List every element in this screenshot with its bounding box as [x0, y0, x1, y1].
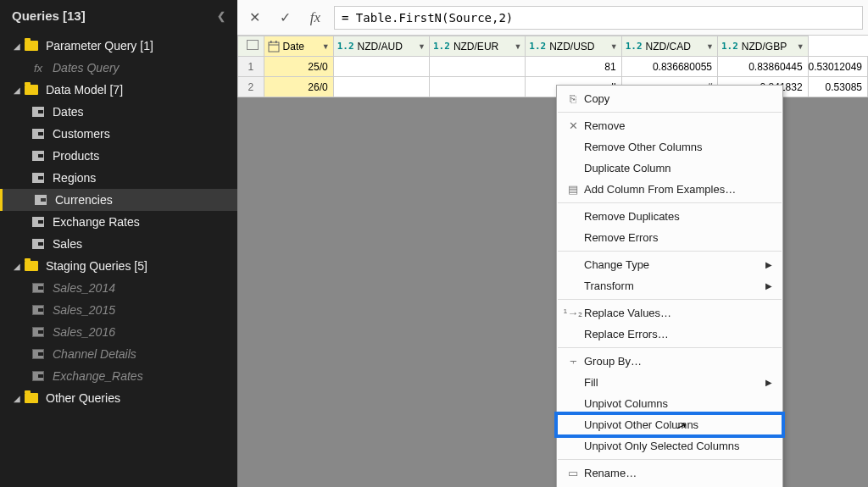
column-header[interactable]: 1.2NZD/CAD▼ — [621, 36, 717, 57]
svg-rect-0 — [269, 42, 279, 52]
menu-separator — [558, 347, 782, 348]
fx-icon: fx — [31, 61, 46, 75]
context-menu-item[interactable]: ✕Remove — [557, 115, 782, 136]
filter-dropdown-icon[interactable]: ▼ — [610, 42, 618, 51]
cell[interactable]: 26/0 — [264, 77, 333, 97]
select-all-cell[interactable] — [238, 36, 264, 57]
folder-icon — [24, 83, 39, 97]
menu-item-label: Change Type — [584, 258, 765, 271]
cell[interactable]: 0.83860445 — [717, 57, 808, 77]
column-header[interactable]: Date▼ — [264, 36, 333, 57]
sidebar-item[interactable]: Products — [0, 145, 237, 167]
menu-item-label: Unpivot Only Selected Columns — [584, 440, 772, 452]
group-label: Parameter Query [1] — [46, 39, 153, 53]
context-menu-item[interactable]: Transform▶ — [557, 275, 782, 296]
sidebar-item[interactable]: Sales_2016 — [0, 321, 237, 343]
sidebar-header[interactable]: Queries [13] ❮ — [0, 0, 237, 31]
context-menu-item[interactable]: Unpivot Other Columns — [557, 414, 782, 435]
filter-dropdown-icon[interactable]: ▼ — [514, 42, 521, 51]
menu-item-label: Fill — [584, 376, 765, 389]
context-menu-item[interactable]: Unpivot Only Selected Columns — [557, 435, 782, 457]
queries-tree: ◢Parameter Query [1]fxDates Query◢Data M… — [0, 31, 237, 412]
cell[interactable]: 0.53085 — [808, 77, 867, 97]
context-menu-item[interactable]: Replace Errors… — [557, 324, 782, 345]
folder-icon — [24, 259, 39, 273]
cell[interactable] — [430, 77, 526, 97]
item-label: Dates Query — [53, 61, 120, 75]
context-menu-item[interactable]: ⫟Group By… — [557, 351, 782, 372]
context-menu-item[interactable]: ¹→₂Replace Values… — [557, 302, 782, 324]
menu-separator — [558, 202, 782, 203]
cell[interactable] — [430, 57, 526, 77]
context-menu-item[interactable]: Remove Errors — [557, 227, 782, 248]
item-label: Sales — [53, 237, 82, 251]
sidebar-group[interactable]: ◢Data Model [7] — [0, 79, 237, 101]
menu-separator — [558, 251, 782, 252]
sidebar-group[interactable]: ◢Parameter Query [1] — [0, 35, 237, 57]
cell[interactable] — [333, 57, 429, 77]
menu-item-label: Transform — [584, 279, 765, 292]
sidebar-title: Queries [13] — [12, 8, 86, 23]
fx-icon[interactable]: fx — [303, 6, 327, 30]
type-icon: 1.2 — [433, 41, 450, 52]
sidebar-item[interactable]: fxDates Query — [0, 57, 237, 79]
cancel-formula-button[interactable]: ✕ — [242, 6, 266, 30]
context-menu-item[interactable]: Duplicate Column — [557, 158, 782, 179]
cell[interactable]: 0.53012049 — [808, 57, 867, 77]
sidebar-item[interactable]: Sales — [0, 233, 237, 255]
filter-dropdown-icon[interactable]: ▼ — [322, 42, 330, 51]
sidebar-item[interactable]: Dates — [0, 101, 237, 123]
context-menu-item[interactable]: ⎘Copy — [557, 88, 782, 109]
svg-rect-3 — [275, 41, 277, 43]
formula-input[interactable] — [334, 6, 863, 30]
filter-dropdown-icon[interactable]: ▼ — [706, 42, 714, 51]
row-number[interactable]: 1 — [238, 57, 264, 77]
group-label: Other Queries — [46, 391, 120, 405]
menu-item-label: Copy — [584, 92, 772, 105]
menu-item-label: Unpivot Other Columns — [584, 418, 772, 431]
sidebar-item[interactable]: Exchange_Rates — [0, 365, 237, 387]
filter-dropdown-icon[interactable]: ▼ — [418, 42, 426, 51]
context-menu-item[interactable]: Change Type▶ — [557, 254, 782, 275]
column-name: NZD/CAD — [643, 41, 707, 53]
menu-item-label: Remove Other Columns — [584, 141, 772, 153]
expand-icon: ◢ — [14, 42, 24, 51]
row-number[interactable]: 2 — [238, 77, 264, 97]
sidebar-group[interactable]: ◢Staging Queries [5] — [0, 255, 237, 277]
menu-separator — [558, 459, 782, 460]
sidebar-item[interactable]: Customers — [0, 123, 237, 145]
context-menu-item[interactable]: Unpivot Columns — [557, 393, 782, 414]
sidebar-item[interactable]: Regions — [0, 167, 237, 189]
column-header[interactable]: 1.2NZD/USD▼ — [526, 36, 621, 57]
cell[interactable]: 81 — [526, 57, 621, 77]
column-name: NZD/GBP — [738, 41, 797, 53]
item-label: Exchange_Rates — [53, 369, 143, 383]
sidebar-item[interactable]: Channel Details — [0, 343, 237, 365]
sidebar-item[interactable]: Currencies — [0, 189, 237, 211]
sidebar-item[interactable]: Sales_2014 — [0, 277, 237, 299]
context-menu-item[interactable]: Move▶ — [557, 484, 782, 487]
context-menu-item[interactable]: ▤Add Column From Examples… — [557, 179, 782, 200]
cell[interactable] — [333, 77, 429, 97]
apply-formula-button[interactable]: ✓ — [273, 6, 297, 30]
collapse-sidebar-icon[interactable]: ❮ — [217, 10, 225, 22]
column-header[interactable]: 1.2NZD/EUR▼ — [430, 36, 526, 57]
column-header[interactable]: 1.2NZD/AUD▼ — [333, 36, 429, 57]
cell[interactable]: 25/0 — [264, 57, 333, 77]
context-menu-item[interactable]: Fill▶ — [557, 372, 782, 393]
cell[interactable]: 0.836680055 — [621, 57, 717, 77]
sidebar-item[interactable]: Sales_2015 — [0, 299, 237, 321]
menu-item-label: Remove Duplicates — [584, 210, 772, 223]
table-icon — [31, 325, 46, 339]
table-icon — [31, 347, 46, 361]
menu-separator — [558, 299, 782, 300]
filter-dropdown-icon[interactable]: ▼ — [797, 42, 804, 51]
context-menu-item[interactable]: Remove Duplicates — [557, 206, 782, 227]
context-menu-item[interactable]: ▭Rename… — [557, 462, 782, 484]
context-menu-item[interactable]: Remove Other Columns — [557, 136, 782, 158]
sidebar-group[interactable]: ◢Other Queries — [0, 387, 237, 409]
column-context-menu: ⎘Copy✕RemoveRemove Other ColumnsDuplicat… — [556, 85, 783, 487]
column-header[interactable]: 1.2NZD/GBP▼ — [717, 36, 808, 57]
sidebar-item[interactable]: Exchange Rates — [0, 211, 237, 233]
expand-icon: ◢ — [14, 394, 24, 403]
